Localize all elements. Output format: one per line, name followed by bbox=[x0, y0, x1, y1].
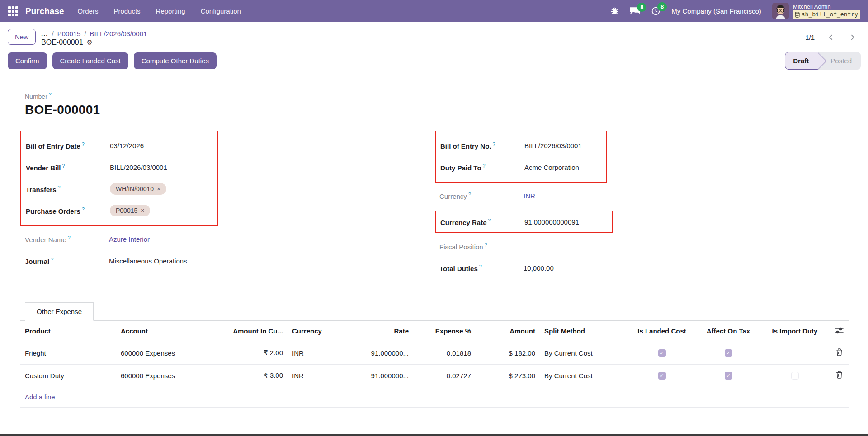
currency-link[interactable]: INR bbox=[524, 192, 535, 200]
annotation-box-left: Bill of Entry Date? 03/12/2026 Vender Bi… bbox=[20, 131, 218, 226]
menu-configuration[interactable]: Configuration bbox=[201, 7, 241, 15]
cell-product[interactable]: Frieght bbox=[20, 349, 116, 357]
cell-amount[interactable]: $ 182.00 bbox=[476, 349, 540, 357]
user-avatar[interactable] bbox=[772, 3, 789, 19]
col-header-account[interactable]: Account bbox=[116, 321, 221, 341]
is-import-duty-checkbox[interactable] bbox=[791, 372, 799, 380]
top-navbar: Purchase Orders Products Reporting Confi… bbox=[0, 0, 868, 22]
field-bill-of-entry-no: Bill of Entry No.? BILL/2026/03/0001 bbox=[440, 139, 601, 153]
field-total-duties: Total Duties? 10,000.00 bbox=[439, 261, 849, 275]
vender-name-link[interactable]: Azure Interior bbox=[109, 235, 150, 243]
col-header-currency[interactable]: Currency bbox=[288, 321, 335, 341]
activities-count-badge: 8 bbox=[657, 2, 667, 11]
field-duty-paid-to: Duty Paid To? Acme Corporation bbox=[440, 160, 601, 174]
breadcrumb-link-purchase-order[interactable]: P00015 bbox=[57, 30, 81, 38]
col-header-split-method[interactable]: Split Method bbox=[540, 321, 628, 341]
remove-tag-icon[interactable]: × bbox=[157, 185, 160, 192]
bill-of-entry-date-input[interactable]: 03/12/2026 bbox=[110, 142, 144, 150]
breadcrumb-ellipsis[interactable]: ... bbox=[41, 30, 48, 38]
help-icon: ? bbox=[58, 185, 61, 190]
breadcrumb-link-vendor-bill[interactable]: BILL/2026/03/0001 bbox=[90, 30, 147, 38]
total-duties-value: 10,000.00 bbox=[524, 264, 554, 272]
tab-other-expense[interactable]: Other Expense bbox=[25, 302, 94, 321]
affect-on-tax-checkbox[interactable] bbox=[725, 349, 732, 357]
help-icon: ? bbox=[62, 163, 65, 169]
status-bar: Draft Posted bbox=[785, 52, 861, 70]
cell-expense-pct[interactable]: 0.01818 bbox=[413, 349, 476, 357]
col-header-expense-pct[interactable]: Expense % bbox=[413, 321, 476, 341]
bill-of-entry-no-input[interactable]: BILL/2026/03/0001 bbox=[524, 142, 582, 150]
table-row[interactable]: Custom Duty 600000 Expenses ₹ 3.00 INR 9… bbox=[20, 365, 849, 387]
delete-row-button[interactable] bbox=[836, 348, 843, 356]
add-a-line-link[interactable]: Add a line bbox=[25, 393, 55, 401]
field-currency: Currency? INR bbox=[439, 189, 849, 203]
cell-currency[interactable]: INR bbox=[288, 372, 335, 380]
field-vender-bill: Vender Bill? BILL/2026/03/0001 bbox=[26, 160, 213, 174]
sliders-icon bbox=[835, 327, 844, 334]
duty-paid-to-input[interactable]: Acme Corporation bbox=[524, 164, 579, 171]
pager-next-button[interactable] bbox=[848, 33, 857, 42]
cell-rate[interactable]: 91.000000... bbox=[335, 349, 413, 357]
chevron-right-icon bbox=[849, 33, 856, 41]
optional-columns-toggle-button[interactable] bbox=[835, 327, 844, 334]
messages-icon[interactable]: 8 bbox=[630, 7, 640, 16]
cell-split-method[interactable]: By Current Cost bbox=[540, 372, 628, 380]
affect-on-tax-checkbox[interactable] bbox=[725, 372, 732, 380]
breadcrumb-separator: / bbox=[52, 30, 54, 38]
confirm-button[interactable]: Confirm bbox=[8, 52, 47, 69]
currency-rate-input[interactable]: 91.000000000091 bbox=[524, 218, 579, 226]
cell-amount-in-currency[interactable]: ₹ 2.00 bbox=[221, 349, 288, 357]
apps-menu-icon[interactable] bbox=[8, 6, 18, 16]
cell-account[interactable]: 600000 Expenses bbox=[116, 372, 221, 380]
breadcrumb-current-record: BOE-000001 bbox=[41, 38, 83, 47]
cell-rate[interactable]: 91.000000... bbox=[335, 372, 413, 380]
company-switcher[interactable]: My Company (San Francisco) bbox=[671, 7, 761, 15]
col-header-is-import-duty[interactable]: Is Import Duty bbox=[761, 321, 828, 341]
col-header-amount-in-currency[interactable]: Amount In Cu... bbox=[221, 321, 288, 341]
create-landed-cost-button[interactable]: Create Landed Cost bbox=[52, 52, 128, 69]
is-landed-cost-checkbox[interactable] bbox=[658, 349, 666, 357]
col-header-amount[interactable]: Amount bbox=[476, 321, 540, 341]
action-bar: Confirm Create Landed Cost Compute Other… bbox=[0, 49, 868, 76]
vender-bill-input[interactable]: BILL/2026/03/0001 bbox=[110, 164, 167, 171]
cell-amount[interactable]: $ 273.00 bbox=[476, 372, 540, 380]
gear-icon[interactable]: ⚙ bbox=[87, 38, 93, 47]
help-icon: ? bbox=[51, 257, 53, 262]
is-landed-cost-checkbox[interactable] bbox=[658, 372, 666, 380]
cell-product[interactable]: Custom Duty bbox=[20, 372, 116, 380]
activities-clock-icon[interactable]: 8 bbox=[651, 6, 660, 16]
journal-input[interactable]: Miscellaneous Operations bbox=[109, 257, 187, 265]
col-header-affect-on-tax[interactable]: Affect On Tax bbox=[695, 321, 761, 341]
trash-icon bbox=[836, 348, 843, 356]
field-purchase-orders: Purchase Orders? P00015 × bbox=[26, 204, 213, 218]
cell-split-method[interactable]: By Current Cost bbox=[540, 349, 628, 357]
new-button[interactable]: New bbox=[8, 29, 36, 45]
menu-orders[interactable]: Orders bbox=[78, 7, 99, 15]
help-icon: ? bbox=[483, 163, 486, 169]
cell-currency[interactable]: INR bbox=[288, 349, 335, 357]
col-header-is-landed-cost[interactable]: Is Landed Cost bbox=[628, 321, 695, 341]
app-name[interactable]: Purchase bbox=[25, 6, 64, 16]
main-menu: Orders Products Reporting Configuration bbox=[78, 7, 241, 15]
remove-tag-icon[interactable]: × bbox=[141, 207, 144, 214]
menu-products[interactable]: Products bbox=[113, 7, 140, 15]
bottom-edge-strip bbox=[0, 434, 868, 436]
cell-account[interactable]: 600000 Expenses bbox=[116, 349, 221, 357]
user-menu[interactable]: Mitchell Admin sh_bill_of_entry bbox=[772, 3, 860, 19]
pager-previous-button[interactable] bbox=[826, 33, 836, 42]
chevron-left-icon bbox=[827, 33, 835, 41]
purchase-order-tag[interactable]: P00015 × bbox=[110, 205, 150, 216]
col-header-rate[interactable]: Rate bbox=[335, 321, 413, 341]
delete-row-button[interactable] bbox=[836, 371, 843, 379]
menu-reporting[interactable]: Reporting bbox=[156, 7, 185, 15]
debug-bug-icon[interactable] bbox=[610, 7, 619, 15]
transfer-tag[interactable]: WH/IN/00010 × bbox=[110, 183, 166, 195]
table-row[interactable]: Frieght 600000 Expenses ₹ 2.00 INR 91.00… bbox=[20, 342, 849, 365]
cell-expense-pct[interactable]: 0.02727 bbox=[413, 372, 476, 380]
compute-other-duties-button[interactable]: Compute Other Duties bbox=[134, 52, 217, 69]
col-header-product[interactable]: Product bbox=[20, 321, 116, 341]
status-draft[interactable]: Draft bbox=[785, 52, 818, 70]
pager-count: 1/1 bbox=[805, 33, 815, 41]
cell-amount-in-currency[interactable]: ₹ 3.00 bbox=[221, 371, 288, 380]
form-sheet: Number? BOE-000001 Bill of Entry Date? 0… bbox=[8, 76, 860, 395]
